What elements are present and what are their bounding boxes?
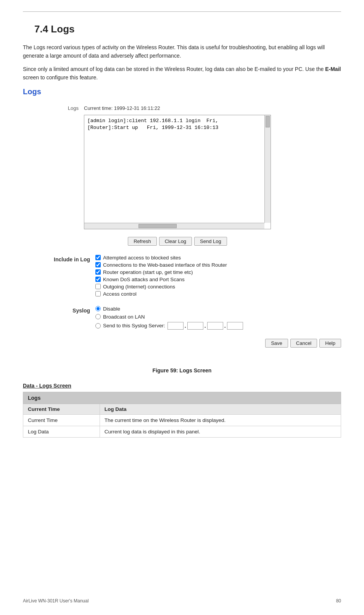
syslog-ip-field-1[interactable] xyxy=(168,322,184,330)
intro-p2-after: screen to configure this feature. xyxy=(23,74,98,80)
logs-label: Logs xyxy=(34,105,84,111)
log-content: [admin login]:client 192.168.1.1 login F… xyxy=(87,118,267,131)
checkbox-label-1: Attempted access to blocked sites xyxy=(103,255,181,261)
checkbox-blocked-sites[interactable] xyxy=(95,255,101,260)
row1-col1: Current Time xyxy=(23,414,100,426)
data-section-title: Data - Logs Screen xyxy=(23,383,341,389)
refresh-button[interactable]: Refresh xyxy=(128,237,157,246)
syslog-ip-field-4[interactable] xyxy=(227,322,243,330)
log-textarea-inner[interactable]: [admin login]:client 192.168.1.1 login F… xyxy=(84,115,271,229)
send-log-button[interactable]: Send Log xyxy=(194,237,227,246)
checkbox-web-interface[interactable] xyxy=(95,262,101,267)
page-container: 7.4 Logs The Logs record various types o… xyxy=(0,0,364,615)
row1-col2: The current time on the Wireless Router … xyxy=(100,414,341,426)
clear-log-button[interactable]: Clear Log xyxy=(159,237,192,246)
syslog-ip-field-2[interactable] xyxy=(187,322,203,330)
logs-label-spacer xyxy=(34,115,84,116)
scrollbar-x[interactable] xyxy=(84,223,264,229)
intro-paragraph2: Since only a limited amount of log data … xyxy=(23,65,341,82)
syslog-disable-radio[interactable] xyxy=(95,306,101,311)
checkbox-item-6: Access control xyxy=(95,291,227,297)
checkbox-label-2: Connections to the Web-based interface o… xyxy=(103,262,227,268)
log-buttons: Refresh Clear Log Send Log xyxy=(84,237,271,246)
table-header-cell: Logs xyxy=(23,392,341,404)
help-button[interactable]: Help xyxy=(319,339,341,348)
intro-p2-before: Since only a limited amount of log data … xyxy=(23,66,325,72)
checkbox-outgoing[interactable] xyxy=(95,284,101,289)
intro-p2-bold: E-Mail xyxy=(325,66,341,72)
checkbox-item-3: Router operation (start up, get time etc… xyxy=(95,269,227,275)
section-title: 7.4 Logs xyxy=(34,23,341,35)
syslog-server-radio[interactable] xyxy=(95,323,101,328)
current-time-row: Logs Current time: 1999-12-31 16:11:22 xyxy=(34,105,341,111)
intro-paragraph1: The Logs record various types of activit… xyxy=(23,43,341,60)
checkbox-dos-attacks[interactable] xyxy=(95,277,101,282)
scrollbar-thumb-y xyxy=(266,116,270,127)
syslog-radio-list: Disable Broadcast on LAN Send to this Sy… xyxy=(95,306,243,330)
checkbox-list: Attempted access to blocked sites Connec… xyxy=(95,255,227,297)
ip-dot-2: . xyxy=(205,323,206,329)
current-time-label: Current time: xyxy=(84,105,113,111)
ip-dot-3: . xyxy=(224,323,226,329)
save-row-spacer xyxy=(34,339,95,340)
checkbox-access-control[interactable] xyxy=(95,291,101,296)
checkbox-item-4: Known DoS attacks and Port Scans xyxy=(95,277,227,282)
save-row-buttons: Save Cancel Help xyxy=(95,339,341,348)
syslog-disable-item: Disable xyxy=(95,306,243,312)
ip-dot-1: . xyxy=(185,323,186,329)
save-cancel-row: Save Cancel Help xyxy=(34,339,341,354)
syslog-server-item: Send to this Syslog Server: . . . xyxy=(95,322,243,330)
syslog-label: Syslog xyxy=(34,306,95,314)
syslog-broadcast-label: Broadcast on LAN xyxy=(103,314,145,320)
checkbox-label-4: Known DoS attacks and Port Scans xyxy=(103,277,185,282)
checkbox-item-2: Connections to the Web-based interface o… xyxy=(95,262,227,268)
table-row-2: Log Data Current log data is displayed i… xyxy=(23,426,341,437)
checkbox-label-3: Router operation (start up, get time etc… xyxy=(103,269,193,275)
footer-page-number: 80 xyxy=(336,598,341,604)
row2-col2: Current log data is displayed in this pa… xyxy=(100,426,341,437)
syslog-row: Syslog Disable Broadcast on LAN Send to … xyxy=(34,306,341,330)
footer: AirLive WN-301R User's Manual 80 xyxy=(23,598,341,604)
col-header-row: Current Time Log Data xyxy=(23,404,341,414)
log-textarea-wrapper[interactable]: [admin login]:client 192.168.1.1 login F… xyxy=(84,115,271,229)
current-time-value: 1999-12-31 16:11:22 xyxy=(114,105,160,111)
save-button[interactable]: Save xyxy=(265,339,288,348)
footer-left: AirLive WN-301R User's Manual xyxy=(23,598,89,604)
syslog-ip-field-3[interactable] xyxy=(207,322,223,330)
col-header-1: Current Time xyxy=(23,404,100,414)
scrollbar-thumb-x xyxy=(139,224,177,228)
syslog-broadcast-item: Broadcast on LAN xyxy=(95,314,243,320)
log-textarea-row: [admin login]:client 192.168.1.1 login F… xyxy=(34,115,341,229)
cancel-button[interactable]: Cancel xyxy=(290,339,317,348)
table-row-1: Current Time The current time on the Wir… xyxy=(23,414,341,426)
checkbox-label-6: Access control xyxy=(103,291,137,297)
checkbox-item-5: Outgoing (Internet) connections xyxy=(95,284,227,290)
checkbox-router-op[interactable] xyxy=(95,269,101,275)
syslog-broadcast-radio[interactable] xyxy=(95,314,101,319)
col-header-2: Log Data xyxy=(100,404,341,414)
log-buttons-spacer xyxy=(34,233,84,234)
syslog-disable-label: Disable xyxy=(103,306,120,312)
top-divider xyxy=(23,11,341,12)
include-in-log-label: Include in Log xyxy=(34,255,95,262)
data-table: Logs Current Time Log Data Current Time … xyxy=(23,392,341,438)
logs-section-heading: Logs xyxy=(23,87,341,96)
checkbox-label-5: Outgoing (Internet) connections xyxy=(103,284,175,290)
syslog-server-label: Send to this Syslog Server: xyxy=(103,323,165,328)
figure-caption: Figure 59: Logs Screen xyxy=(23,367,341,374)
logs-ui-panel: Logs Current time: 1999-12-31 16:11:22 [… xyxy=(34,105,341,358)
table-header-row: Logs xyxy=(23,392,341,404)
checkbox-item-1: Attempted access to blocked sites xyxy=(95,255,227,261)
current-time-text: Current time: 1999-12-31 16:11:22 xyxy=(84,105,160,111)
row2-col1: Log Data xyxy=(23,426,100,437)
include-in-log-row: Include in Log Attempted access to block… xyxy=(34,255,341,297)
scrollbar-y[interactable] xyxy=(264,115,271,223)
log-buttons-row: Refresh Clear Log Send Log xyxy=(34,233,341,246)
syslog-ip-inputs: . . . xyxy=(168,322,243,330)
